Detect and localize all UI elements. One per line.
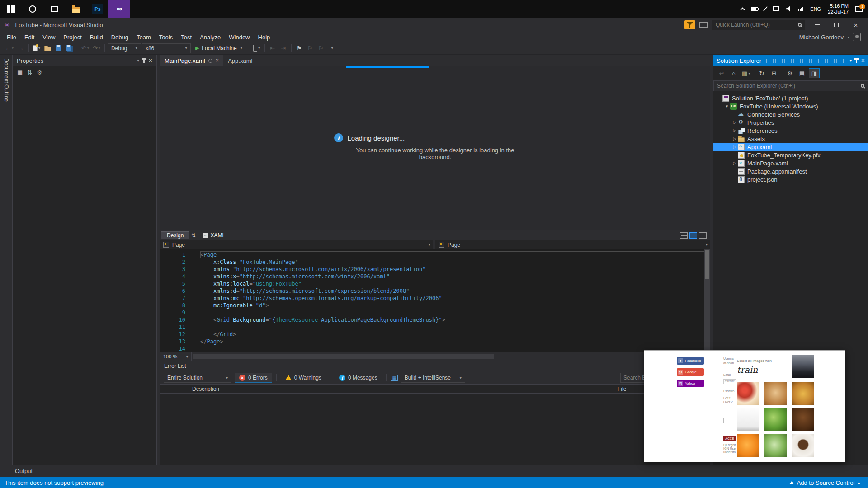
menu-team[interactable]: Team <box>132 33 155 41</box>
title-bar[interactable]: ∞ FoxTube - Microsoft Visual Studio Quic… <box>0 18 868 32</box>
feedback-icon[interactable] <box>684 20 695 29</box>
file-explorer-button[interactable] <box>65 0 87 18</box>
start-debugging-button[interactable]: ▶Local Machine▾ <box>192 43 246 53</box>
editor-horizontal-scrollbar[interactable] <box>192 352 710 361</box>
expander-icon[interactable]: ▷ <box>731 136 738 141</box>
editor-vertical-scrollbar[interactable] <box>704 249 710 352</box>
vertical-split-icon[interactable] <box>689 232 697 239</box>
new-project-button[interactable]: ▾ <box>32 43 42 53</box>
captcha-image-pie[interactable] <box>792 382 814 405</box>
start-button[interactable] <box>0 0 22 18</box>
captcha-image-bread[interactable] <box>764 382 787 405</box>
tree-item-mainpage-xaml[interactable]: ▷MainPage.xaml <box>713 159 868 167</box>
captcha-image-coffee[interactable] <box>792 434 814 457</box>
pin-tab-icon[interactable] <box>208 59 212 63</box>
error-list-body[interactable] <box>160 394 710 465</box>
solution-explorer-header[interactable]: Solution Explorer ▾ × <box>713 55 868 66</box>
categorized-icon[interactable]: ▦ <box>17 69 23 76</box>
tree-item-foxtube-universal-windows[interactable]: ▾FoxTube (Universal Windows) <box>713 102 868 110</box>
accept-button[interactable]: ACCE <box>723 436 736 441</box>
tree-item-project-json[interactable]: project.json <box>713 175 868 183</box>
display-icon[interactable] <box>773 6 779 11</box>
menu-tools[interactable]: Tools <box>155 33 177 41</box>
captcha-image-beans[interactable] <box>792 408 814 431</box>
pin-icon[interactable] <box>143 58 145 63</box>
element-dropdown-left[interactable]: Page ▾ <box>160 240 433 249</box>
navigate-forward-button[interactable]: → <box>16 43 26 53</box>
zoom-dropdown[interactable]: 100 %▾ <box>160 352 192 361</box>
form-input[interactable]: dsxfflfe <box>723 379 737 384</box>
device-preview-button[interactable]: ▾ <box>252 43 262 53</box>
expander-icon[interactable]: ▷ <box>731 128 738 133</box>
expander-icon[interactable]: ▷ <box>731 120 738 125</box>
screen-icon[interactable] <box>699 22 708 28</box>
intellisense-filter-icon[interactable]: ▦ <box>391 375 398 381</box>
swap-panes-icon[interactable]: ⇅ <box>191 232 196 239</box>
expand-pane-icon[interactable] <box>699 232 707 239</box>
cortana-button[interactable] <box>22 0 43 18</box>
code-line[interactable] <box>200 324 710 331</box>
captcha-image-cake[interactable] <box>737 382 759 405</box>
visual-studio-taskbar-button[interactable]: ∞ <box>108 0 130 18</box>
captcha-image-light[interactable] <box>737 408 759 431</box>
messages-filter-button[interactable]: i0 Messages <box>335 373 382 383</box>
close-button[interactable]: × <box>848 19 863 31</box>
error-scope-dropdown[interactable]: Entire Solution▾ <box>164 373 231 383</box>
tab-app-xaml[interactable]: App.xaml <box>223 55 257 66</box>
code-line[interactable]: xmlns:local="using:FoxTube" <box>200 280 710 287</box>
speaker-icon[interactable] <box>786 6 792 12</box>
captcha-image-train[interactable] <box>792 355 814 378</box>
navigate-back-button[interactable]: ←▾ <box>4 43 15 53</box>
signup-checkbox[interactable] <box>723 418 729 423</box>
close-panel-icon[interactable]: × <box>149 58 152 63</box>
solution-platform-dropdown[interactable]: x86▾ <box>142 43 191 53</box>
element-dropdown-right[interactable]: Page ▾ <box>435 240 710 249</box>
social-login-facebook[interactable]: fFacebook <box>677 357 704 365</box>
task-view-button[interactable] <box>43 0 65 18</box>
toolbar-overflow-button[interactable]: ▾ <box>327 43 337 53</box>
sync-with-active-document-icon[interactable]: ↻ <box>756 68 767 78</box>
code-line[interactable]: <Grid Background="{ThemeResource Applica… <box>200 316 710 324</box>
redo-button[interactable]: ↷▾ <box>91 43 102 53</box>
error-source-dropdown[interactable]: Build + IntelliSense▾ <box>401 373 465 383</box>
expander-icon[interactable]: ▷ <box>731 145 738 149</box>
quick-launch-input[interactable]: Quick Launch (Ctrl+Q) <box>712 20 805 30</box>
collapse-all-icon[interactable]: ⊟ <box>769 68 779 78</box>
menu-help[interactable]: Help <box>254 33 274 41</box>
horizontal-split-icon[interactable] <box>680 232 688 239</box>
errors-filter-button[interactable]: ×0 Errors <box>235 373 272 383</box>
undo-button[interactable]: ↶▾ <box>80 43 90 53</box>
solution-explorer-search-input[interactable]: Search Solution Explorer (Ctrl+;) <box>713 80 868 91</box>
action-center-icon[interactable]: 1 <box>855 6 863 12</box>
captcha-image-veggies[interactable] <box>764 434 787 457</box>
expander-icon[interactable]: ▷ <box>731 161 738 165</box>
pen-icon[interactable] <box>763 6 768 11</box>
menu-project[interactable]: Project <box>59 33 85 41</box>
captcha-image-salad[interactable] <box>764 408 787 431</box>
restore-button[interactable] <box>829 19 844 31</box>
tree-item-app-xaml[interactable]: ▷App.xaml <box>713 143 868 151</box>
code-line[interactable]: xmlns="http://schemas.microsoft.com/winf… <box>200 266 710 273</box>
save-all-button[interactable] <box>64 43 74 53</box>
code-line[interactable] <box>200 309 710 316</box>
tree-item-references[interactable]: ▷References <box>713 127 868 135</box>
panel-splitter-left[interactable] <box>157 55 160 465</box>
property-pages-icon[interactable]: ⚙ <box>37 69 42 76</box>
language-indicator[interactable]: ENG <box>810 6 821 12</box>
account-menu[interactable]: Michael Gordeev ▾ <box>799 33 861 41</box>
pin-icon[interactable] <box>856 58 857 63</box>
code-line[interactable]: xmlns:mc="http://schemas.openxmlformats.… <box>200 295 710 302</box>
expander-icon[interactable]: ▾ <box>724 104 730 108</box>
menu-edit[interactable]: Edit <box>20 33 38 41</box>
window-position-icon[interactable]: ▾ <box>137 59 139 63</box>
home-icon[interactable]: ⌂ <box>728 68 739 78</box>
preview-selected-items-icon[interactable]: ◨ <box>809 68 820 78</box>
menu-file[interactable]: File <box>3 33 20 41</box>
tree-item-properties[interactable]: ▷Properties <box>713 118 868 127</box>
menu-analyze[interactable]: Analyze <box>196 33 225 41</box>
tree-item-package-appxmanifest[interactable]: Package.appxmanifest <box>713 167 868 175</box>
scrollbar-thumb[interactable] <box>705 250 709 279</box>
error-list-title[interactable]: Error List <box>160 361 710 371</box>
xaml-designer[interactable]: i Loading designer... You can continue w… <box>160 66 710 230</box>
toggle-bookmark-button[interactable]: ⚑ <box>294 43 304 53</box>
